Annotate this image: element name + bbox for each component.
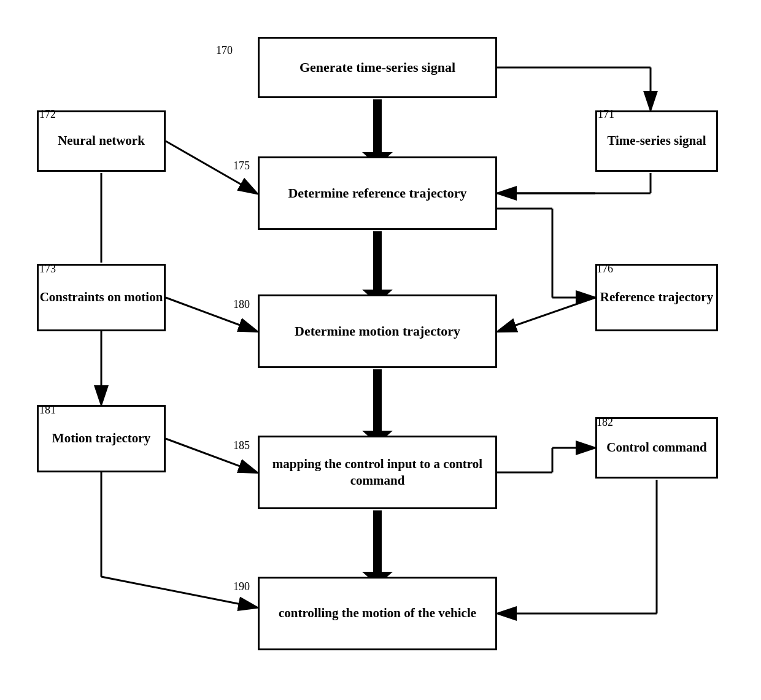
reference-trajectory-box: Reference trajectory bbox=[595, 264, 718, 331]
label-190: 190 bbox=[233, 580, 250, 593]
label-185: 185 bbox=[233, 439, 250, 452]
label-175: 175 bbox=[233, 160, 250, 172]
motion-trajectory-box: Motion trajectory bbox=[37, 405, 166, 472]
label-182: 182 bbox=[597, 416, 613, 429]
svg-marker-4 bbox=[362, 369, 393, 444]
diagram-container: Generate time-series signal Determine re… bbox=[0, 0, 761, 700]
svg-line-14 bbox=[498, 298, 595, 331]
determine-motion-box: Determine motion trajectory bbox=[258, 294, 497, 368]
neural-network-box: Neural network bbox=[37, 110, 166, 172]
control-command-box: Control command bbox=[595, 417, 718, 479]
mapping-box: mapping the control input to a control c… bbox=[258, 436, 497, 509]
controlling-box: controlling the motion of the vehicle bbox=[258, 577, 497, 650]
label-181: 181 bbox=[39, 404, 56, 417]
generate-ts-box: Generate time-series signal bbox=[258, 37, 497, 98]
determine-motion-label: Determine motion trajectory bbox=[295, 323, 460, 340]
control-command-label: Control command bbox=[606, 439, 707, 456]
generate-ts-label: Generate time-series signal bbox=[299, 59, 455, 77]
label-172: 172 bbox=[39, 108, 56, 121]
label-170: 170 bbox=[216, 44, 233, 57]
constraints-label: Constraints on motion bbox=[40, 289, 163, 306]
controlling-label: controlling the motion of the vehicle bbox=[279, 605, 476, 621]
determine-ref-label: Determine reference trajectory bbox=[288, 185, 466, 202]
reference-trajectory-label: Reference trajectory bbox=[600, 289, 713, 306]
label-176: 176 bbox=[597, 263, 613, 275]
mapping-label: mapping the control input to a control c… bbox=[260, 456, 495, 490]
svg-marker-5 bbox=[362, 510, 393, 585]
time-series-signal-label: Time-series signal bbox=[607, 133, 706, 149]
label-173: 173 bbox=[39, 263, 56, 275]
constraints-box: Constraints on motion bbox=[37, 264, 166, 331]
determine-ref-box: Determine reference trajectory bbox=[258, 156, 497, 230]
neural-network-label: Neural network bbox=[58, 133, 145, 149]
svg-marker-3 bbox=[362, 231, 393, 303]
svg-marker-2 bbox=[362, 99, 393, 166]
label-180: 180 bbox=[233, 298, 250, 311]
motion-trajectory-label: Motion trajectory bbox=[52, 430, 150, 447]
label-171: 171 bbox=[598, 108, 614, 121]
